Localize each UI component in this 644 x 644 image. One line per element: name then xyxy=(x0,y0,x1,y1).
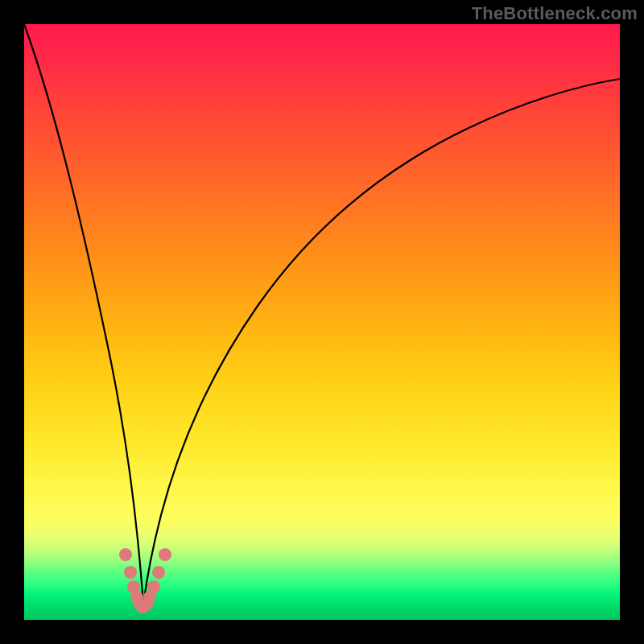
bottleneck-curve-left xyxy=(24,24,143,605)
plot-area xyxy=(24,24,620,620)
bottleneck-curve-right xyxy=(143,79,620,605)
svg-point-1 xyxy=(124,566,137,579)
svg-point-9 xyxy=(152,566,165,579)
bottleneck-curve-svg xyxy=(24,24,620,620)
marker-cluster xyxy=(119,548,171,613)
svg-point-8 xyxy=(147,580,160,593)
watermark-text: TheBottleneck.com xyxy=(472,3,638,24)
svg-point-10 xyxy=(159,548,171,561)
svg-point-0 xyxy=(119,548,132,561)
